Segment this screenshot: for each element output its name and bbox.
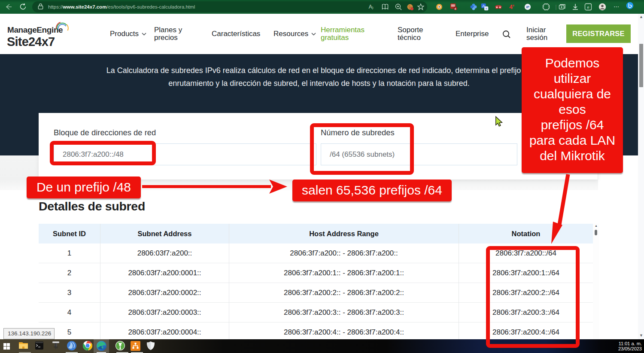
svg-text:4: 4 [454, 7, 456, 11]
svg-text:e: e [587, 4, 589, 9]
svg-text:iP: iP [526, 5, 529, 9]
svg-text:a: a [486, 6, 487, 10]
